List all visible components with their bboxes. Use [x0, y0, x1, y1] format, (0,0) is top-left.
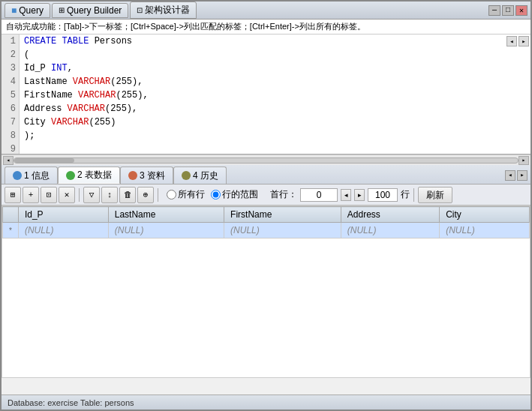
info-tab-icon: [13, 171, 22, 180]
sql-editor[interactable]: 1CREATE TABLE Persons2(3Id_P INT,4LastNa…: [2, 34, 530, 154]
line-content[interactable]: Address VARCHAR(255),: [20, 102, 530, 116]
toolbar-btn-5[interactable]: ▽: [83, 187, 100, 203]
nav-arr-left[interactable]: ◂: [341, 189, 351, 201]
data-tab-icon: [128, 171, 137, 180]
sql-line: 2(: [2, 48, 530, 62]
nav-arr-right[interactable]: ▸: [354, 189, 365, 201]
sql-line: 3Id_P INT,: [2, 62, 530, 75]
tab-history-label: 4 历史: [193, 170, 218, 182]
main-content: Id_P LastName FirstName Address City *(N…: [2, 206, 530, 378]
tab-info[interactable]: 1 信息: [5, 166, 58, 184]
radio-row-range[interactable]: 行的范围: [211, 188, 258, 201]
data-table: Id_P LastName FirstName Address City *(N…: [2, 206, 530, 238]
row-indicator-header: [3, 207, 19, 223]
tab-builder-label: Query Builder: [67, 5, 122, 16]
minimize-button[interactable]: —: [488, 5, 500, 16]
line-number: 6: [2, 102, 20, 116]
tab-table-label: 2 表数据: [77, 169, 112, 182]
builder-icon: ⊞: [59, 6, 65, 14]
line-content[interactable]: City VARCHAR(255): [20, 116, 530, 129]
sql-line: 5FirstName VARCHAR(255),: [2, 88, 530, 102]
line-number: 2: [2, 48, 20, 62]
tab-history[interactable]: 4 历史: [173, 166, 227, 184]
toolbar-btn-6[interactable]: ↕: [101, 187, 118, 203]
tabs-left: 1 信息 2 表数据 3 资料 4 历史: [5, 166, 227, 184]
main-window: ■ Query ⊞ Query Builder ⊡ 架构设计器 — □ ✕ 自动…: [0, 0, 532, 411]
data-table-container[interactable]: Id_P LastName FirstName Address City *(N…: [2, 206, 530, 378]
sql-line: 7City VARCHAR(255): [2, 116, 530, 129]
sql-line: 9: [2, 142, 530, 154]
first-row-section: 首行： ◂ ▸ 行: [270, 188, 410, 202]
title-tabs: ■ Query ⊞ Query Builder ⊡ 架构设计器: [5, 2, 197, 19]
line-content[interactable]: Id_P INT,: [20, 62, 530, 75]
col-header-id_p[interactable]: Id_P: [18, 207, 108, 223]
rows-label: 行: [401, 188, 410, 201]
col-header-address[interactable]: Address: [341, 207, 439, 223]
line-content[interactable]: CREATE TABLE Persons: [20, 34, 530, 48]
table-cell[interactable]: (NULL): [224, 223, 341, 238]
editor-nav-left[interactable]: ◂: [506, 36, 517, 46]
tabs-nav-right[interactable]: ▸: [517, 170, 527, 181]
col-header-lastname[interactable]: LastName: [108, 207, 224, 223]
refresh-button[interactable]: 刷新: [418, 187, 452, 203]
sql-lines: 1CREATE TABLE Persons2(3Id_P INT,4LastNa…: [2, 34, 530, 154]
tabs-row: 1 信息 2 表数据 3 资料 4 历史 ◂ ▸: [2, 165, 530, 184]
table-tab-icon: [66, 171, 75, 180]
sql-line: 8);: [2, 129, 530, 142]
table-row[interactable]: *(NULL)(NULL)(NULL)(NULL)(NULL): [3, 223, 530, 238]
toolbar-btn-7[interactable]: 🗑: [119, 187, 136, 203]
hscroll-track[interactable]: [14, 158, 518, 164]
line-number: 1: [2, 34, 20, 48]
toolbar-btn-8[interactable]: ⊕: [137, 187, 154, 203]
maximize-button[interactable]: □: [502, 5, 514, 16]
hscroll-left-arrow[interactable]: ◂: [3, 156, 14, 165]
hscroll-right-arrow[interactable]: ▸: [518, 156, 529, 165]
close-button[interactable]: ✕: [515, 5, 527, 16]
toolbar-btn-4[interactable]: ✕: [59, 187, 75, 203]
toolbar-btn-2[interactable]: +: [23, 187, 39, 203]
col-header-firstname[interactable]: FirstName: [224, 207, 341, 223]
rows-count-input[interactable]: [368, 188, 398, 202]
line-content[interactable]: FirstName VARCHAR(255),: [20, 88, 530, 102]
editor-hscroll[interactable]: ◂ ▸: [2, 154, 530, 165]
tab-query-builder[interactable]: ⊞ Query Builder: [52, 3, 128, 18]
line-number: 5: [2, 88, 20, 102]
first-row-label: 首行：: [270, 188, 297, 201]
line-content[interactable]: );: [20, 129, 530, 142]
radio-group: 所有行 行的范围: [167, 188, 258, 201]
title-bar: ■ Query ⊞ Query Builder ⊡ 架构设计器 — □ ✕: [2, 2, 530, 20]
sql-line: 1CREATE TABLE Persons: [2, 34, 530, 48]
toolbar-btn-3[interactable]: ⊡: [41, 187, 57, 203]
tab-query[interactable]: ■ Query: [5, 3, 50, 18]
line-content[interactable]: (: [20, 48, 530, 62]
status-bar: Database: exercise Table: persons: [2, 394, 530, 410]
line-number: 3: [2, 62, 20, 75]
hint-text: 自动完成功能：[Tab]->下一标签；[Ctrl+Space]->列出匹配的标签…: [6, 22, 365, 31]
tab-schema-designer[interactable]: ⊡ 架构设计器: [130, 2, 197, 19]
sql-line: 4LastName VARCHAR(255),: [2, 75, 530, 88]
null-value: (NULL): [446, 225, 475, 236]
line-content[interactable]: LastName VARCHAR(255),: [20, 75, 530, 88]
null-value: (NULL): [230, 225, 260, 236]
tab-table[interactable]: 2 表数据: [58, 166, 120, 184]
hscroll-thumb: [14, 158, 74, 163]
title-controls: — □ ✕: [488, 5, 527, 16]
row-indicator-cell: *: [3, 223, 19, 238]
line-content[interactable]: [20, 142, 530, 154]
tab-schema-label: 架构设计器: [145, 4, 190, 16]
table-cell[interactable]: (NULL): [440, 223, 530, 238]
table-cell[interactable]: (NULL): [18, 223, 108, 238]
table-cell[interactable]: (NULL): [341, 223, 439, 238]
history-tab-icon: [182, 171, 191, 180]
toolbar-btn-1[interactable]: ⊞: [5, 187, 21, 203]
tabs-nav-left[interactable]: ◂: [505, 170, 515, 181]
hint-bar: 自动完成功能：[Tab]->下一标签；[Ctrl+Space]->列出匹配的标签…: [2, 20, 530, 34]
tab-query-label: Query: [19, 5, 44, 16]
tab-data[interactable]: 3 资料: [120, 166, 173, 184]
radio-all-rows[interactable]: 所有行: [167, 188, 205, 201]
col-header-city[interactable]: City: [440, 207, 530, 223]
table-cell[interactable]: (NULL): [108, 223, 224, 238]
editor-nav-right[interactable]: ▸: [518, 36, 529, 46]
first-row-input[interactable]: [300, 188, 338, 202]
toolbar-separator-3: [413, 188, 414, 202]
